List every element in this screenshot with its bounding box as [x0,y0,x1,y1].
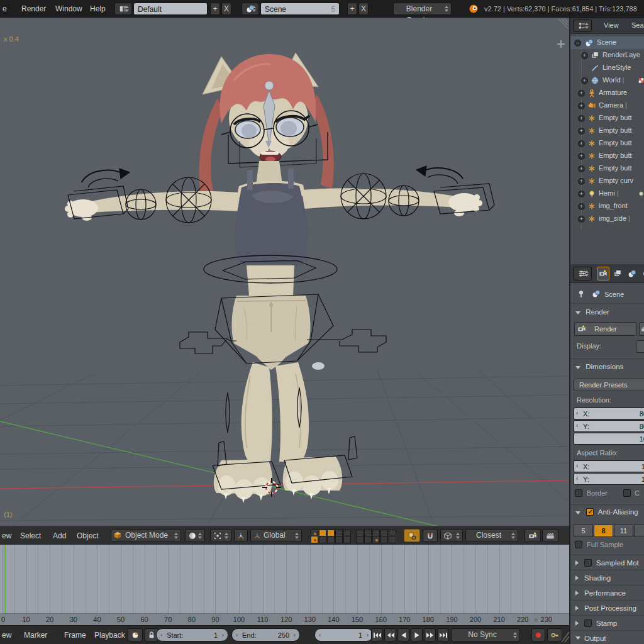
scene-name-field[interactable]: Scene 5 [260,3,340,15]
snap-element-dropdown[interactable] [440,529,463,542]
timeline-menu-3[interactable]: Playback [94,631,125,640]
timeline-editor[interactable] [0,545,569,613]
viewport-menu-1[interactable]: Select [20,531,41,540]
panel-header-sampled-mot[interactable]: Sampled Mot [570,555,644,570]
nextkey-button[interactable] [424,628,436,641]
render-opengl-button[interactable] [525,529,541,542]
outliner-menu-1[interactable]: Sear [631,21,644,29]
shading-dropdown[interactable] [185,529,205,542]
expand-toggle-icon[interactable]: + [578,178,585,185]
aspect-y-field[interactable]: ‹ Y: 1. [574,473,644,485]
aa-samples-5-button[interactable]: 5 [574,525,593,537]
scene-close-button[interactable]: X [358,3,369,15]
expand-toggle-icon[interactable]: + [578,216,585,223]
decrement-caret[interactable]: ‹ [576,409,578,416]
expand-toggle-icon[interactable]: + [578,153,585,160]
topbar-menu-0[interactable]: e [3,4,7,13]
timeline-menu-1[interactable]: Marker [24,631,47,640]
tab-render-layers[interactable] [611,267,624,280]
area-corner-grip[interactable] [558,19,568,28]
layer-cell-18[interactable] [372,536,380,543]
panel-expand-plus-icon[interactable] [557,40,565,48]
layer-cell-10[interactable] [343,536,351,543]
panel-header-dimensions[interactable]: Dimensions [575,363,623,370]
current-frame-indicator[interactable] [4,545,6,613]
manipulator-toggle[interactable] [234,529,248,542]
panel-header-output[interactable]: Output [570,630,644,644]
scene-selector[interactable] [242,3,259,15]
expand-toggle-icon[interactable]: + [578,128,585,135]
snap-toggle-button[interactable] [404,529,420,542]
outliner-item-linestyle[interactable]: LineStyle [570,62,644,74]
expand-toggle-icon[interactable]: + [578,191,585,197]
expand-toggle-icon[interactable]: + [578,90,585,97]
jumpend-button[interactable] [437,628,449,641]
outliner-item-armature[interactable]: +Armature [570,87,644,99]
decrement-caret[interactable]: ‹ [319,631,321,638]
layer-cell-7[interactable] [319,536,326,543]
expand-toggle-icon[interactable]: + [578,165,585,172]
aa-checkbox[interactable] [586,508,594,516]
panel-header-anti-aliasing[interactable]: Anti-Aliasing [575,508,638,516]
topbar-menu-2[interactable]: Window [55,4,82,13]
panel-checkbox[interactable] [584,559,592,567]
end-frame-field[interactable]: ‹ End: 250 › [231,628,300,641]
tab-scene[interactable] [626,267,638,280]
decrement-caret[interactable]: ‹ [576,422,578,429]
layout-add-button[interactable]: + [210,3,220,15]
panel-header-post-processing[interactable]: Post Processing [570,600,644,615]
aspect-x-field[interactable]: ‹ X: 1. [574,460,644,472]
decrement-caret[interactable]: ‹ [236,631,238,638]
record-button[interactable] [531,628,545,641]
border-checkbox[interactable] [575,489,582,497]
increment-caret[interactable]: › [367,631,369,638]
jumpstart-button[interactable] [371,628,383,641]
decrement-caret[interactable]: ‹ [576,462,578,469]
topbar-menu-1[interactable]: Render [21,4,46,13]
panel-header-render[interactable]: Render [575,308,609,316]
tab-render[interactable] [597,267,609,280]
animation-button-clipped[interactable] [639,322,644,336]
viewport-3d-scene[interactable] [0,18,569,526]
aa-samples-8-button[interactable]: 8 [594,525,613,537]
outliner-item-img-side[interactable]: +img_side | [570,213,644,225]
expand-toggle-icon[interactable]: + [578,115,585,122]
layout-name-field[interactable]: Default [133,3,208,15]
layer-cell-17[interactable] [364,536,372,543]
full-sample-checkbox[interactable] [575,541,582,548]
mode-dropdown[interactable]: Object Mode [111,529,181,542]
viewport-menu-3[interactable]: Object [77,531,99,540]
playrev-button[interactable] [397,628,409,641]
layer-cell-8[interactable] [327,536,335,543]
outliner-item-empty-butt[interactable]: +Empty butt [570,112,644,125]
outliner-item-hemi[interactable]: +Hemi | [570,187,644,200]
aa-samples-11-button[interactable]: 11 [614,525,633,537]
tab-world[interactable] [640,267,644,280]
lampdot-icon[interactable] [638,190,644,197]
outliner-menu-0[interactable]: View [604,21,619,29]
layer-cell-20[interactable] [389,536,396,543]
pin-icon[interactable] [577,289,586,298]
magnet-button[interactable] [423,529,438,542]
increment-caret[interactable]: › [222,631,224,638]
corner-grip[interactable] [562,628,569,642]
outliner-item-empty-butt[interactable]: +Empty butt [570,162,644,175]
timeline-frame-numbers[interactable]: 0102030405060708090100110120130140150160… [0,613,569,625]
collapse-toggle-icon[interactable]: − [574,40,581,47]
resolution-percentage-field[interactable]: 10 [574,433,644,445]
viewport-menu-0[interactable]: ew [2,531,11,540]
scene-add-button[interactable]: + [347,3,357,15]
viewport-menu-2[interactable]: Add [53,531,66,540]
properties-editor[interactable]: Scene Render Render Display: Dimensions [570,264,644,644]
orientation-dropdown[interactable]: Global [250,529,302,542]
editor-type-selector[interactable] [573,19,592,32]
render-anim-opengl-button[interactable] [542,529,558,542]
viewport-3d[interactable]: x 0.4 (1) [0,18,569,526]
expand-toggle-icon[interactable]: + [581,52,588,59]
crop-checkbox[interactable] [623,489,631,497]
layout-close-button[interactable]: X [221,3,231,15]
outliner-item-scene[interactable]: −Scene [570,36,644,49]
resolution-x-field[interactable]: ‹ X: 80 [574,408,644,419]
expand-toggle-icon[interactable]: + [578,140,585,147]
pivot-dropdown[interactable] [210,529,231,542]
